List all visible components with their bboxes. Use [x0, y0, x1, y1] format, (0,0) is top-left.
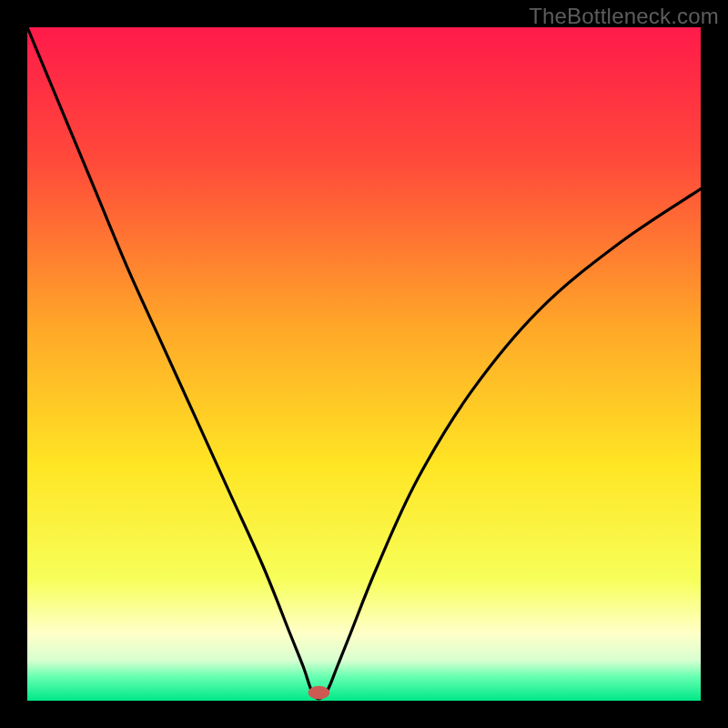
- chart-frame: TheBottleneck.com: [0, 0, 728, 728]
- chart-svg: [27, 27, 701, 701]
- minimum-marker: [308, 686, 330, 700]
- plot-area: [27, 27, 701, 701]
- watermark-text: TheBottleneck.com: [529, 4, 719, 29]
